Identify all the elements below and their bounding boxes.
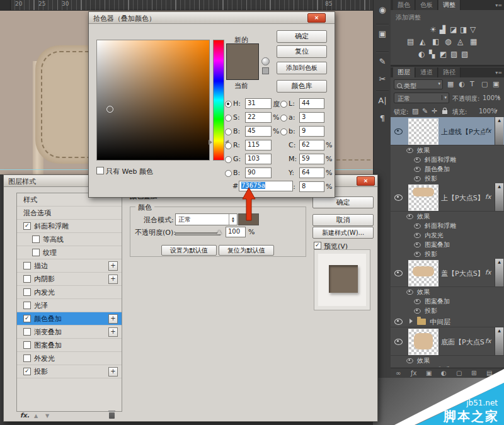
hue-slider-arrow-left[interactable]: [209, 140, 212, 145]
document-canvas-right[interactable]: [334, 11, 373, 183]
color-field[interactable]: [96, 40, 210, 161]
filter-pixel-layers-icon[interactable]: ▦: [447, 80, 454, 88]
brush-presets-dock-icon[interactable]: ✎: [374, 57, 391, 66]
add-instance-icon[interactable]: +: [108, 261, 118, 271]
field-R3-input[interactable]: 115: [245, 140, 272, 150]
style-item-外发光[interactable]: 外发光: [17, 352, 122, 365]
field-G4-radio[interactable]: [225, 156, 232, 163]
effect-row[interactable]: 投影: [391, 306, 504, 315]
effect-eye-icon[interactable]: [414, 242, 420, 247]
effect-eye-icon[interactable]: [414, 224, 420, 229]
add-instance-icon[interactable]: +: [108, 327, 118, 337]
paragraph-dock-icon[interactable]: ¶: [374, 113, 391, 123]
filter-kind-dropdown[interactable]: 类型 ▾: [394, 79, 443, 89]
layer-thumbnail[interactable]: [408, 184, 438, 211]
field-B2-radio[interactable]: [225, 128, 232, 135]
gamut-warning-icon[interactable]: [261, 57, 270, 65]
style-checkbox[interactable]: [32, 249, 40, 256]
style-item-内阴影[interactable]: 内阴影+: [17, 273, 122, 286]
layer-group-row[interactable]: 中间层: [391, 315, 504, 327]
selective-color-icon[interactable]: ▧: [461, 50, 468, 59]
style-item-纹理[interactable]: 纹理: [17, 246, 122, 259]
collapse-triangle-icon[interactable]: [410, 319, 413, 324]
close-icon[interactable]: ×: [357, 176, 375, 186]
new-style-button[interactable]: 新建样式(W)...: [312, 227, 374, 239]
style-item-颜色叠加[interactable]: 颜色叠加+: [17, 312, 122, 326]
set-default-button[interactable]: 设置为默认值: [161, 245, 217, 256]
visibility-eye-icon[interactable]: [394, 128, 403, 135]
style-item-渐变叠加[interactable]: 渐变叠加+: [17, 326, 122, 339]
effect-row[interactable]: 斜面和浮雕: [391, 221, 504, 230]
field-input[interactable]: 64: [299, 167, 324, 178]
effect-row[interactable]: 效果: [391, 287, 504, 297]
style-item-内发光[interactable]: 内发光: [17, 286, 122, 299]
web-only-checkbox[interactable]: [96, 167, 104, 174]
overlay-opacity-input[interactable]: 100: [226, 227, 246, 237]
style-checkbox[interactable]: [23, 262, 31, 269]
effect-row[interactable]: 内发光: [391, 230, 504, 240]
style-item-斜面和浮雕[interactable]: 斜面和浮雕: [17, 220, 122, 233]
move-style-down-icon[interactable]: ▼: [45, 413, 49, 419]
style-checkbox[interactable]: [23, 328, 31, 336]
lock-all-icon[interactable]: [442, 110, 447, 114]
tab-颜色[interactable]: 颜色: [393, 0, 415, 10]
style-checkbox[interactable]: [23, 222, 31, 230]
effect-row[interactable]: 投影: [391, 174, 504, 183]
field-B5-radio[interactable]: [225, 170, 232, 177]
effect-eye-icon[interactable]: [414, 167, 420, 172]
panel-menu-icon[interactable]: ▾≡: [495, 70, 502, 76]
effect-row[interactable]: 图案叠加: [391, 240, 504, 249]
effects-collapse-icon[interactable]: ▲: [495, 183, 503, 211]
style-checkbox[interactable]: [23, 315, 31, 322]
field-radio[interactable]: [280, 128, 287, 135]
delete-style-icon[interactable]: [109, 412, 115, 419]
layer-row[interactable]: 底面【P大点S】fx▲: [391, 327, 504, 356]
clone-source-dock-icon[interactable]: ✂: [374, 74, 391, 84]
field-B2-input[interactable]: 45: [245, 126, 272, 137]
ok-button[interactable]: 确定: [277, 30, 327, 43]
layer-row[interactable]: 上虚线【P大点...fx▲: [391, 117, 504, 145]
effect-row[interactable]: 效果: [391, 212, 504, 221]
effect-eye-icon[interactable]: [406, 214, 413, 219]
field-S1-radio[interactable]: [225, 115, 232, 122]
close-icon[interactable]: ×: [307, 13, 326, 23]
field-input[interactable]: 3: [299, 112, 324, 123]
effect-eye-icon[interactable]: [414, 157, 420, 162]
effect-eye-icon[interactable]: [414, 252, 420, 257]
filter-adjustment-layers-icon[interactable]: ◐: [459, 80, 465, 88]
preview-checkbox[interactable]: [314, 242, 321, 249]
effect-row[interactable]: 图案叠加: [391, 297, 504, 306]
style-item-图案叠加[interactable]: 图案叠加: [17, 339, 122, 352]
field-H0-radio[interactable]: [225, 101, 232, 108]
color-library-button[interactable]: 颜色库: [277, 80, 327, 93]
tab-调整[interactable]: 调整: [438, 0, 461, 10]
field-input[interactable]: 59: [299, 154, 324, 164]
tab-图层[interactable]: 图层: [393, 67, 415, 77]
cancel-button[interactable]: 取消: [312, 214, 374, 226]
effect-eye-icon[interactable]: [414, 299, 420, 304]
field-input[interactable]: 8: [299, 181, 324, 192]
invert-icon[interactable]: ◐: [418, 50, 425, 59]
field-radio[interactable]: [280, 115, 287, 122]
effect-row[interactable]: 颜色叠加: [391, 164, 504, 174]
fill-dropdown-icon[interactable]: ▾: [495, 108, 498, 113]
style-checkbox[interactable]: [23, 275, 31, 283]
effect-eye-icon[interactable]: [406, 290, 413, 295]
hue-slider[interactable]: [213, 40, 224, 161]
effect-row[interactable]: 效果: [391, 145, 504, 155]
tab-色板[interactable]: 色板: [416, 0, 438, 10]
ok-button[interactable]: 确定: [312, 196, 374, 208]
reset-button[interactable]: 复位: [277, 45, 327, 58]
channel-mixer-icon[interactable]: ◬: [457, 37, 463, 46]
visibility-eye-icon[interactable]: [394, 319, 403, 325]
style-checkbox[interactable]: [23, 302, 31, 309]
layer-row[interactable]: 上【P大点S】fx▲: [391, 183, 504, 212]
layer-thumbnail[interactable]: [408, 329, 438, 355]
add-instance-icon[interactable]: +: [108, 367, 118, 377]
effect-row[interactable]: 投影: [391, 249, 504, 259]
effect-row[interactable]: 斜面和浮雕: [391, 155, 504, 164]
add-instance-icon[interactable]: +: [108, 314, 118, 324]
opacity-slider-thumb[interactable]: [217, 230, 222, 234]
filter-shape-layers-icon[interactable]: ▢: [481, 80, 488, 88]
visibility-eye-icon[interactable]: [394, 195, 403, 201]
